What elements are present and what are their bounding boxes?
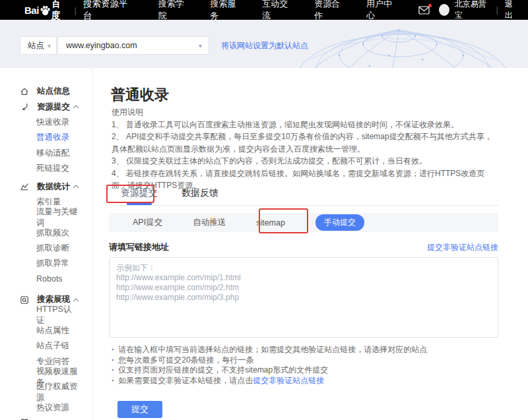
sidebar-item-label: 数据统计	[37, 181, 70, 193]
page-title: 普通收录	[111, 85, 169, 105]
tab-data-feedback[interactable]: 数据反馈	[182, 187, 218, 205]
url-input-label: 请填写链接地址	[109, 241, 169, 253]
subtab-sitemap[interactable]: sitemap	[256, 218, 285, 227]
sidebar-section-data-stats[interactable]: 数据统计	[0, 179, 92, 194]
site-type-label: 站点	[28, 40, 44, 51]
subtab-auto-push[interactable]: 自动推送	[193, 217, 226, 228]
sidebar: 站点信息 资源提交 快速收录 普通收录 移动适配 死链提交 数据统计 索引量 流…	[0, 68, 93, 420]
logo-divider: |	[75, 5, 77, 15]
site-url-select[interactable]: www.eyingbao.com ▾	[57, 36, 209, 55]
note-item: 如果需要提交非验证本站链接，请点击提交非验证站点链接	[112, 376, 427, 386]
logo-text-bai: Bai	[24, 5, 39, 16]
partial-section-icon	[20, 415, 29, 420]
main-content: 普通收录 使用说明 1、 普通收录工具可以向百度搜索主动推送资源，缩短爬虫发现网…	[93, 68, 528, 420]
usage-item: 3、 仅限提交关联过主体的站点下的内容，否则无法成功提交，配额不可累计，当日有效…	[112, 155, 500, 167]
nav-item-usercenter[interactable]: 用户中心	[366, 0, 397, 22]
form-label-row: 请填写链接地址 提交非验证站点链接	[109, 241, 498, 253]
tab-resource-submit[interactable]: 资源提交	[121, 187, 158, 205]
sidebar-item-site-sublink[interactable]: 站点子链	[0, 338, 92, 353]
nav-item-usercenter-label: 用户中心	[366, 0, 392, 20]
tab-bar: 资源提交 数据反馈	[109, 187, 498, 206]
note-item: 请在输入框中填写当前选择站点的链接；如需提交其他验证站点链接，请选择对应的站点	[112, 345, 427, 355]
sidebar-item-dead-link[interactable]: 死链提交	[0, 161, 92, 176]
submit-button[interactable]: 提交	[117, 401, 162, 418]
chevron-up-icon[interactable]	[73, 298, 79, 302]
site-type-select[interactable]: 站点 ▾	[20, 36, 57, 55]
sidebar-item-label: 站点信息	[37, 86, 70, 97]
nav-item-community[interactable]: 互动交流	[262, 0, 292, 22]
logo-text-du: 百度	[51, 0, 68, 22]
caret-down-icon: ▾	[199, 42, 202, 49]
chevron-up-icon[interactable]	[73, 105, 79, 109]
note-unverified-link[interactable]: 提交非验证站点链接	[253, 376, 324, 385]
notes-list: 请在输入框中填写当前选择站点的链接；如需提交其他验证站点链接，请选择对应的站点 …	[112, 345, 427, 386]
sidebar-item-label: 资源提交	[37, 102, 70, 113]
sidebar-item-crawl-anomaly[interactable]: 抓取异常	[0, 256, 92, 271]
subtab-manual-submit[interactable]: 手动提交	[315, 214, 364, 231]
submit-unverified-link[interactable]: 提交非验证站点链接	[427, 242, 498, 253]
search-display-icon	[20, 295, 29, 305]
top-navbar: Bai 百度 | 搜索资源平台 搜索学院 搜索服务 互动交流 资源合作 用户中心	[0, 0, 528, 20]
platform-title: 搜索资源平台	[83, 0, 131, 22]
caret-down-icon: ▾	[48, 42, 51, 49]
submit-icon	[20, 102, 29, 111]
site-selector-row: 站点 ▾ www.eyingbao.com ▾ 将该网站设置为默认站点	[20, 36, 308, 55]
wireframe-globe-graphic	[290, 20, 528, 68]
usage-item: 1、 普通收录工具可以向百度搜索主动推送资源，缩短爬虫发现网站链接的时间，不保证…	[112, 119, 500, 131]
mail-icon[interactable]	[418, 6, 430, 15]
sidebar-item-site-info[interactable]: 站点信息	[0, 84, 92, 99]
site-url-value: www.eyingbao.com	[66, 41, 137, 50]
nav-right-cluster: 北京易营宝 | 退出	[418, 0, 519, 21]
avatar[interactable]	[439, 4, 449, 16]
sidebar-item-normal-inclusion[interactable]: 普通收录	[0, 130, 92, 145]
nav-divider: |	[496, 5, 498, 15]
chevron-up-icon[interactable]	[73, 185, 79, 189]
nav-menu: 搜索学院 搜索服务 互动交流 资源合作 用户中心	[158, 0, 418, 22]
home-icon	[20, 87, 29, 96]
nav-item-services[interactable]: 搜索服务	[210, 0, 240, 22]
url-textarea[interactable]	[109, 257, 498, 338]
note-item: 您每次最多可提交20条链接，每行一条	[112, 355, 427, 366]
subtab-api-submit[interactable]: API提交	[133, 217, 162, 228]
stats-icon	[20, 182, 29, 191]
sidebar-item-crawl-diagnosis[interactable]: 抓取诊断	[0, 241, 92, 256]
usage-instructions: 使用说明 1、 普通收录工具可以向百度搜索主动推送资源，缩短爬虫发现网站链接的时…	[112, 106, 500, 192]
sidebar-item-mobile-adaptation[interactable]: 移动适配	[0, 146, 92, 161]
sidebar-item-robots[interactable]: Robots	[0, 272, 92, 287]
sidebar-section-resource-submit[interactable]: 资源提交	[0, 99, 92, 114]
mail-notification-dot	[428, 4, 432, 7]
nav-item-academy[interactable]: 搜索学院	[158, 0, 189, 22]
sidebar-item-https-verify[interactable]: HTTPS认证	[0, 307, 92, 322]
note-item: 仅支持页面对应链接的提交，不支持sitemap形式的文件提交	[112, 365, 427, 376]
logout-button[interactable]: 退出	[505, 0, 519, 21]
sidebar-item-medical-authority[interactable]: 医疗权威资源	[0, 384, 92, 400]
username[interactable]: 北京易营宝	[455, 0, 490, 21]
subtab-bar: API提交 自动推送 sitemap 手动提交	[109, 213, 498, 232]
usage-title: 使用说明	[112, 106, 500, 119]
set-default-site-link[interactable]: 将该网站设置为默认站点	[221, 40, 308, 51]
sidebar-item-traffic-keywords[interactable]: 流量与关键词	[0, 210, 92, 225]
site-selector-band: 站点 ▾ www.eyingbao.com ▾ 将该网站设置为默认站点	[0, 20, 528, 68]
baidu-logo[interactable]: Bai 百度 | 搜索资源平台	[24, 0, 131, 22]
sidebar-item-quick-inclusion[interactable]: 快速收录	[0, 115, 92, 130]
nav-item-cooperation[interactable]: 资源合作	[314, 0, 345, 22]
baidu-paw-icon	[40, 5, 51, 16]
note-text: 如果需要提交非验证本站链接，请点击	[118, 376, 253, 385]
usage-item: 2、 API提交和手动提交共享配额，每日至多提交10万条有价值的内容，sitem…	[112, 131, 500, 155]
